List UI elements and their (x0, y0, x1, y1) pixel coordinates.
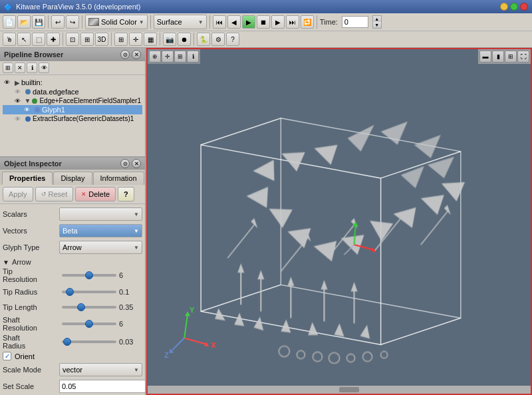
svg-marker-36 (314, 145, 337, 165)
tree-edgeface[interactable]: 👁 data.edgeface (3, 87, 142, 96)
svg-line-45 (421, 211, 448, 245)
window-controls[interactable] (500, 3, 528, 11)
color-dropdown[interactable]: Solid Color ▼ (85, 15, 148, 29)
title-bar: 🔷 Kitware ParaView 3.5.0 (development) (0, 0, 532, 13)
rubber-btn[interactable]: ⬚ (32, 33, 45, 46)
tree-bullet-extract (25, 116, 31, 122)
pipeline-close-btn[interactable]: ✕ (132, 50, 141, 59)
pipeline-lock-btn[interactable]: ⊙ (120, 50, 130, 59)
skip-start-btn[interactable]: ⏮ (213, 15, 226, 29)
vectors-arrow-icon: ▼ (134, 228, 139, 234)
pick-btn[interactable]: ✚ (47, 33, 60, 46)
pipe-delete-btn[interactable]: ✕ (15, 63, 25, 73)
redo-btn[interactable]: ↪ (66, 15, 79, 29)
svg-marker-34 (252, 160, 281, 186)
tree-extract[interactable]: 👁 ExtractSurface(GenericDatasets)1 (3, 114, 142, 123)
scalars-dropdown[interactable]: ▼ (59, 207, 142, 221)
glyph-type-dropdown[interactable]: Arrow ▼ (59, 241, 142, 254)
scalars-row: Scalars ▼ (3, 207, 142, 221)
shaft-res-thumb[interactable] (85, 320, 93, 328)
inspector-title-bar: Object Inspector ⊙ ✕ (0, 158, 145, 170)
viewport-scrollbar[interactable] (148, 386, 531, 394)
svg-point-14 (297, 350, 305, 358)
zoom-fit-btn[interactable]: ⊞ (80, 33, 94, 46)
tab-properties[interactable]: Properties (2, 172, 53, 185)
help-btn[interactable]: ? (118, 187, 134, 201)
reset-view-btn[interactable]: ⊡ (66, 33, 79, 46)
svg-line-5 (201, 118, 281, 145)
inspector-toolbar: Apply ↺ Reset ✕ Delete ? (0, 185, 145, 204)
tip-radius-row: Tip Radius 0.1 (3, 285, 142, 299)
viewport[interactable]: ▬ ▮ ⊞ ⛶ ⊕ ✛ ⊞ ℹ (146, 48, 532, 395)
object-inspector: Object Inspector ⊙ ✕ Properties Display … (0, 158, 145, 395)
time-spinner[interactable]: ▲ ▼ (372, 15, 382, 29)
tip-radius-thumb[interactable] (66, 288, 74, 296)
orient-checkbox[interactable] (3, 352, 11, 360)
open-btn[interactable]: 📂 (17, 15, 31, 29)
arrow-section-header[interactable]: ▼ Arrow (3, 257, 142, 267)
color-bar-btn[interactable]: ▦ (144, 33, 157, 46)
interact-btn[interactable]: 🖱 (3, 33, 16, 46)
apply-btn[interactable]: Apply (3, 187, 33, 201)
svg-point-16 (329, 352, 339, 363)
inspector-close-btn[interactable]: ✕ (132, 159, 141, 168)
main-layout: Pipeline Browser ⊙ ✕ ⊞ ✕ ℹ 👁 (0, 48, 532, 395)
tree-edge-sampler[interactable]: 👁 ▼ Edge+FaceElementFieldSampler1 (3, 96, 142, 105)
pipe-eye-btn[interactable]: 👁 (39, 63, 49, 73)
inspector-lock-btn[interactable]: ⊙ (120, 159, 130, 168)
loop-btn[interactable]: 🔁 (301, 15, 314, 29)
vectors-label: Vectors (3, 227, 59, 235)
help-icon-btn[interactable]: ? (226, 33, 239, 46)
stop-btn[interactable]: ⏹ (257, 15, 270, 29)
view3d-btn[interactable]: 3D (95, 33, 108, 46)
pipeline-mini-toolbar: ⊞ ✕ ℹ 👁 (0, 61, 145, 75)
toolbar-row-2: 🖱 ↖ ⬚ ✚ ⊡ ⊞ 3D ⊞ ✛ ▦ 📷 ⏺ 🐍 ⚙ ? (0, 31, 532, 47)
delete-btn[interactable]: ✕ Delete (75, 187, 116, 201)
tip-length-thumb[interactable] (77, 303, 85, 311)
tip-res-slider-thumb[interactable] (85, 271, 93, 279)
play-btn[interactable]: ▶ (242, 15, 255, 29)
shaft-radius-thumb[interactable] (63, 338, 71, 346)
python-btn[interactable]: 🐍 (197, 33, 210, 46)
next-btn[interactable]: ▶ (271, 15, 285, 29)
time-up-btn[interactable]: ▲ (373, 16, 381, 22)
settings-btn[interactable]: ⚙ (211, 33, 225, 46)
tree-builtin[interactable]: 👁 ▶ builtin: (3, 78, 142, 87)
undo-btn[interactable]: ↩ (51, 15, 65, 29)
toolbar-sep-1 (48, 15, 49, 29)
prev-btn[interactable]: ◀ (227, 15, 241, 29)
tab-display[interactable]: Display (53, 172, 92, 185)
set-scale-input[interactable] (59, 380, 145, 393)
expand-arrow: ▼ (25, 97, 31, 104)
eye-icon-4: 👁 (24, 106, 33, 113)
time-down-btn[interactable]: ▼ (373, 22, 381, 28)
minimize-btn[interactable] (500, 3, 508, 11)
save-btn[interactable]: 💾 (32, 15, 45, 29)
pipeline-tree: 👁 ▶ builtin: 👁 data.edgeface 👁 ▼ (0, 75, 145, 126)
svg-line-3 (381, 318, 461, 344)
reset-btn[interactable]: ↺ Reset (35, 187, 74, 201)
new-btn[interactable]: 📄 (3, 15, 16, 29)
time-input[interactable] (342, 16, 368, 28)
svg-marker-23 (428, 157, 454, 178)
vectors-control: Beta ▼ (59, 224, 142, 237)
close-btn[interactable] (520, 3, 528, 11)
surface-dropdown[interactable]: Surface ▼ (154, 15, 207, 29)
skip-end-btn[interactable]: ⏭ (286, 15, 299, 29)
tip-length-label: Tip Length (3, 303, 59, 311)
select-btn[interactable]: ↖ (17, 33, 31, 46)
tree-glyph[interactable]: 👁 Glyph1 (3, 105, 142, 114)
camera-btn[interactable]: 📷 (163, 33, 176, 46)
scrollbar-thumb[interactable] (339, 387, 359, 392)
vectors-dropdown[interactable]: Beta ▼ (59, 224, 142, 237)
svg-marker-24 (401, 166, 424, 188)
record-btn[interactable]: ⏺ (178, 33, 191, 46)
maximize-btn[interactable] (510, 3, 518, 11)
pipe-info-btn[interactable]: ℹ (27, 63, 37, 73)
scale-mode-dropdown[interactable]: vector ▼ (59, 363, 142, 376)
grid-btn[interactable]: ⊞ (114, 33, 128, 46)
tab-information[interactable]: Information (93, 172, 144, 185)
orient-btn[interactable]: ✛ (129, 33, 142, 46)
pipe-filter-btn[interactable]: ⊞ (3, 63, 13, 73)
tb-sep-a (63, 33, 63, 46)
